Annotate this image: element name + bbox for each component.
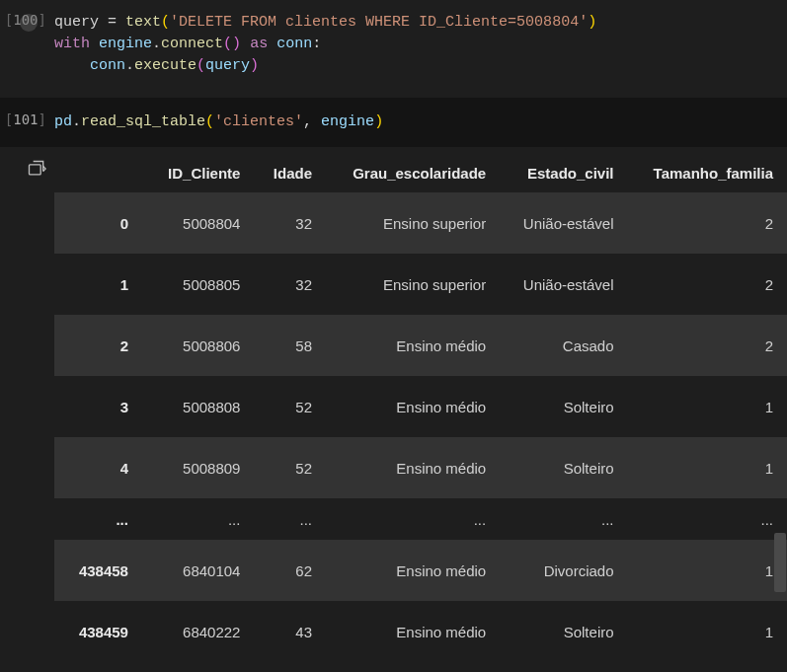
- col-header: ID_Cliente: [146, 153, 255, 192]
- table-cell: Ensino superior: [326, 192, 500, 254]
- table-cell: Solteiro: [500, 601, 627, 662]
- row-index: 3: [54, 376, 146, 437]
- row-index: 438458: [54, 540, 146, 601]
- code-editor-101[interactable]: pd.read_sql_table('clientes', engine): [54, 104, 787, 141]
- table-cell: Ensino médio: [326, 315, 500, 376]
- row-index: 2: [54, 315, 146, 376]
- table-cell: 5008809: [146, 437, 255, 498]
- table-header-row: ID_Cliente Idade Grau_escolaridade Estad…: [54, 153, 787, 192]
- table-cell: 6840222: [146, 601, 255, 662]
- table-cell: ...: [146, 498, 255, 540]
- table-cell: ...: [500, 498, 627, 540]
- table-cell: 1: [628, 376, 787, 437]
- table-cell: Ensino superior: [326, 254, 500, 315]
- table-cell: 52: [254, 437, 326, 498]
- row-index: 4: [54, 437, 146, 498]
- row-index: ...: [54, 498, 146, 540]
- code-cell-101: [101] pd.read_sql_table('clientes', engi…: [0, 98, 787, 147]
- table-cell: Ensino médio: [326, 376, 500, 437]
- cell-prompt-100: [100]: [0, 4, 54, 28]
- table-cell: ...: [326, 498, 500, 540]
- table-row: ..................: [54, 498, 787, 540]
- table-cell: 32: [254, 192, 326, 254]
- table-cell: 62: [254, 540, 326, 601]
- table-cell: União-estável: [500, 192, 627, 254]
- table-cell: ...: [628, 498, 787, 540]
- table-cell: 6840104: [146, 540, 255, 601]
- table-cell: 1: [628, 437, 787, 498]
- table-cell: 43: [254, 601, 326, 662]
- code-editor-100[interactable]: query = text('DELETE FROM clientes WHERE…: [54, 4, 787, 84]
- output-gutter: [0, 153, 54, 179]
- table-cell: 5008805: [146, 254, 255, 315]
- table-row: 438459684022243Ensino médioSolteiro1: [54, 601, 787, 662]
- table-cell: 32: [254, 254, 326, 315]
- table-cell: Solteiro: [500, 376, 627, 437]
- output-toggle-icon[interactable]: [27, 159, 46, 179]
- scrollbar-track[interactable]: [773, 296, 787, 651]
- table-cell: 2: [628, 315, 787, 376]
- table-cell: 52: [254, 376, 326, 437]
- table-cell: 2: [628, 254, 787, 315]
- row-index: 438459: [54, 601, 146, 662]
- table-cell: Casado: [500, 315, 627, 376]
- table-cell: 5008808: [146, 376, 255, 437]
- table-row: 1500880532Ensino superiorUnião-estável2: [54, 254, 787, 315]
- index-header: [54, 153, 146, 192]
- table-cell: 1: [628, 601, 787, 662]
- table-row: 4500880952Ensino médioSolteiro1: [54, 437, 787, 498]
- col-header: Grau_escolaridade: [326, 153, 500, 192]
- table-row: 0500880432Ensino superiorUnião-estável2: [54, 192, 787, 254]
- svg-rect-0: [30, 165, 41, 175]
- cell-output-101: ID_Cliente Idade Grau_escolaridade Estad…: [0, 153, 787, 662]
- cell-prompt-101: [101]: [0, 104, 54, 127]
- col-header: Idade: [254, 153, 326, 192]
- table-row: 438458684010462Ensino médioDivorciado1: [54, 540, 787, 601]
- col-header: Tamanho_familia: [628, 153, 787, 192]
- table-cell: 5008804: [146, 192, 255, 254]
- scrollbar-thumb[interactable]: [774, 533, 786, 592]
- table-cell: Divorciado: [500, 540, 627, 601]
- table-cell: Ensino médio: [326, 437, 500, 498]
- table-cell: 58: [254, 315, 326, 376]
- dataframe-table: ID_Cliente Idade Grau_escolaridade Estad…: [54, 153, 787, 662]
- row-index: 0: [54, 192, 146, 254]
- code-cell-100: [100] query = text('DELETE FROM clientes…: [0, 0, 787, 94]
- table-cell: 5008806: [146, 315, 255, 376]
- table-row: 3500880852Ensino médioSolteiro1: [54, 376, 787, 437]
- table-cell: Solteiro: [500, 437, 627, 498]
- col-header: Estado_civil: [500, 153, 627, 192]
- table-row: 2500880658Ensino médioCasado2: [54, 315, 787, 376]
- table-cell: Ensino médio: [326, 601, 500, 662]
- table-cell: 2: [628, 192, 787, 254]
- table-cell: União-estável: [500, 254, 627, 315]
- table-cell: Ensino médio: [326, 540, 500, 601]
- row-index: 1: [54, 254, 146, 315]
- table-cell: ...: [254, 498, 326, 540]
- table-cell: 1: [628, 540, 787, 601]
